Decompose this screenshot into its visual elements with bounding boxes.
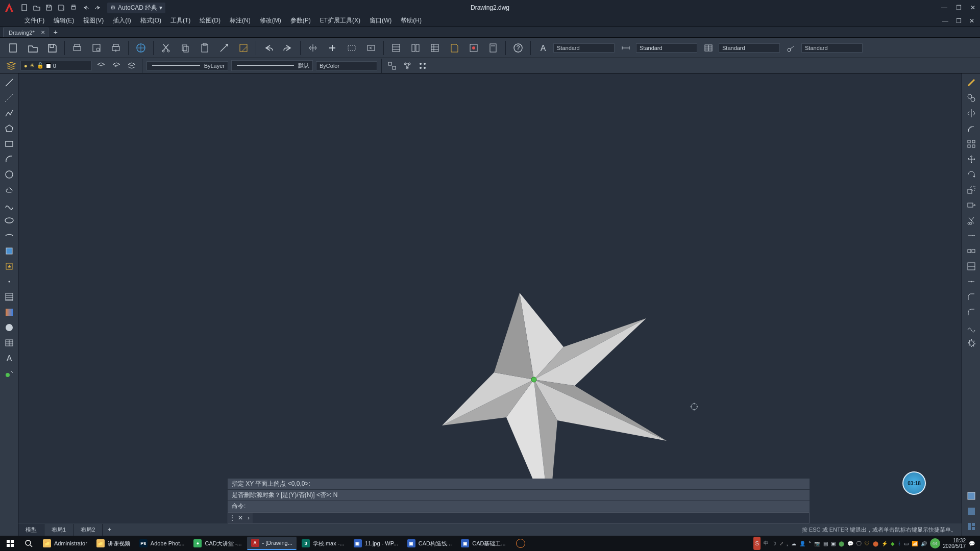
- menu-format[interactable]: 格式(O): [140, 16, 161, 25]
- wifi-icon[interactable]: 📶: [912, 541, 918, 546]
- layer-properties-icon[interactable]: [5, 60, 17, 72]
- arc-icon[interactable]: [2, 152, 17, 166]
- drag-handle-icon[interactable]: ⋮: [228, 514, 236, 521]
- taskbar-app-button[interactable]: ●CAD大讲堂 -...: [189, 537, 246, 550]
- zoom-realtime-icon[interactable]: [324, 40, 340, 56]
- tray-icon[interactable]: ▤: [823, 541, 828, 546]
- battery-icon[interactable]: ▭: [904, 541, 909, 546]
- menu-tools[interactable]: 工具(T): [170, 16, 190, 25]
- rectangle-icon[interactable]: [2, 137, 17, 151]
- ellipse-icon[interactable]: [2, 213, 17, 228]
- menu-file[interactable]: 文件(F): [24, 16, 44, 25]
- start-button[interactable]: [2, 537, 18, 550]
- restore-button[interactable]: ❐: [953, 3, 964, 13]
- tray-icon[interactable]: ,: [787, 541, 788, 546]
- circle-icon[interactable]: [2, 167, 17, 182]
- redo-button[interactable]: [280, 40, 296, 56]
- new-file-icon[interactable]: [5, 40, 21, 56]
- stretch-icon[interactable]: [964, 198, 979, 212]
- menu-edit[interactable]: 编辑(E): [54, 16, 74, 25]
- add-layout-button[interactable]: +: [103, 524, 116, 535]
- break-at-point-icon[interactable]: [964, 259, 979, 273]
- ellipse-arc-icon[interactable]: [2, 229, 17, 243]
- insert-block-icon[interactable]: [2, 244, 17, 258]
- offset-icon[interactable]: [964, 121, 979, 136]
- layer-dropdown[interactable]: ● ☀ 🔓 0: [20, 61, 92, 70]
- viewport-single-icon[interactable]: [964, 504, 979, 518]
- volume-icon[interactable]: 🔊: [921, 541, 927, 546]
- doc-minimize-button[interactable]: —: [940, 16, 950, 26]
- menu-view[interactable]: 视图(V): [83, 16, 104, 25]
- taskbar-app-button[interactable]: ▣11.jpg - WP...: [350, 537, 402, 550]
- dim-style-icon[interactable]: [618, 40, 634, 56]
- notification-icon[interactable]: 💬: [969, 541, 975, 546]
- join-icon[interactable]: [964, 274, 979, 289]
- tray-icon[interactable]: ⬤: [873, 541, 878, 546]
- menu-ettools[interactable]: ET扩展工具(X): [320, 16, 360, 25]
- bluetooth-icon[interactable]: ᚼ: [898, 541, 901, 546]
- undo-button[interactable]: [260, 40, 277, 56]
- pan-icon[interactable]: [305, 40, 321, 56]
- point-icon[interactable]: [2, 274, 17, 289]
- viewport-config-icon[interactable]: [964, 489, 979, 503]
- block-editor-icon[interactable]: [235, 40, 252, 56]
- wechat-icon[interactable]: 💬: [847, 541, 853, 546]
- extend-icon[interactable]: [964, 229, 979, 243]
- mleader-style-icon[interactable]: [783, 40, 799, 56]
- tool-palettes-icon[interactable]: [427, 40, 443, 56]
- close-icon[interactable]: ✕: [236, 514, 244, 521]
- line-tool-icon[interactable]: [2, 76, 17, 90]
- polyline-icon[interactable]: [2, 106, 17, 120]
- taskbar-app-button[interactable]: 📁Administrator: [39, 537, 91, 550]
- web-icon[interactable]: [133, 40, 149, 56]
- mtext-icon[interactable]: A: [2, 351, 17, 365]
- menu-dimension[interactable]: 标注(N): [230, 16, 251, 25]
- print-icon[interactable]: [68, 3, 79, 13]
- table-icon[interactable]: [2, 336, 17, 350]
- redo-icon[interactable]: [93, 3, 103, 13]
- match-properties-icon[interactable]: [216, 40, 232, 56]
- tray-icon[interactable]: ▣: [831, 541, 836, 546]
- ungroup-icon[interactable]: [401, 60, 413, 72]
- copy-icon[interactable]: [177, 40, 193, 56]
- layer-states-icon[interactable]: [95, 60, 107, 72]
- taskbar-app-button[interactable]: 3学校.max -...: [298, 537, 349, 550]
- add-tab-button[interactable]: +: [51, 28, 61, 37]
- taskbar-app-button[interactable]: PsAdobe Phot...: [135, 537, 189, 550]
- ime-indicator[interactable]: 中: [764, 540, 769, 547]
- menu-draw[interactable]: 绘图(D): [200, 16, 220, 25]
- layout-tab-model[interactable]: 模型: [18, 524, 44, 536]
- ime-s-icon[interactable]: S: [753, 537, 760, 550]
- save-file-icon[interactable]: [44, 40, 60, 56]
- scale-icon[interactable]: [964, 183, 979, 197]
- markup-icon[interactable]: [465, 40, 482, 56]
- text-style-icon[interactable]: A: [535, 40, 551, 56]
- menu-parametric[interactable]: 参数(P): [290, 16, 311, 25]
- cloud-icon[interactable]: ☁: [791, 541, 796, 546]
- sheet-set-icon[interactable]: [446, 40, 462, 56]
- viewport-multi-icon[interactable]: [964, 519, 979, 534]
- publish-icon[interactable]: [108, 40, 124, 56]
- array-icon[interactable]: [964, 137, 979, 151]
- layer-isolate-icon[interactable]: [126, 60, 138, 72]
- make-block-icon[interactable]: ★: [2, 259, 17, 273]
- move-icon[interactable]: [964, 152, 979, 166]
- minimize-button[interactable]: —: [939, 3, 949, 13]
- document-tab[interactable]: Drawing2* ✕: [3, 28, 48, 37]
- group-edit-icon[interactable]: [416, 60, 429, 72]
- save-icon[interactable]: [44, 3, 54, 13]
- drawing-canvas[interactable]: 03:18 指定 XY 平面上的点 <0,0,0>: 是否删除源对象？[是(Y)…: [18, 73, 962, 536]
- revcloud-icon[interactable]: [2, 183, 17, 197]
- chamfer-icon[interactable]: [964, 290, 979, 304]
- taskbar-app-button[interactable]: ▣CAD构造线...: [403, 537, 456, 550]
- text-style-dropdown[interactable]: Standard: [553, 43, 615, 53]
- plot-icon[interactable]: [69, 40, 85, 56]
- user-icon[interactable]: 👤: [799, 541, 805, 546]
- region-icon[interactable]: [2, 320, 17, 335]
- table-style-icon[interactable]: [700, 40, 717, 56]
- tray-icon[interactable]: ⤢: [779, 541, 783, 546]
- menu-insert[interactable]: 插入(I): [113, 16, 131, 25]
- paste-icon[interactable]: [197, 40, 213, 56]
- mirror-icon[interactable]: [964, 106, 979, 120]
- group-icon[interactable]: [386, 60, 398, 72]
